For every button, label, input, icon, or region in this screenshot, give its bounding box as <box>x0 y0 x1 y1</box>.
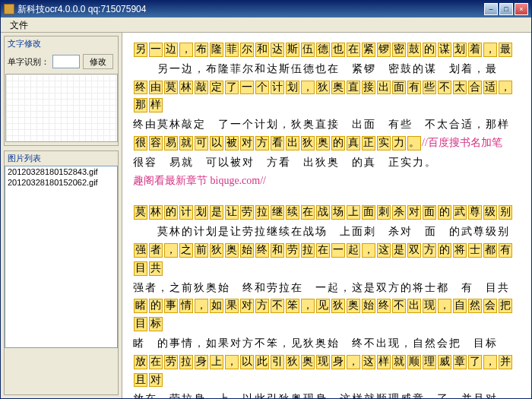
ocr-char-box[interactable]: 终 <box>377 299 391 313</box>
ocr-char-box[interactable]: 个 <box>255 81 269 95</box>
ocr-char-box[interactable]: 的 <box>164 205 178 220</box>
ocr-char-box[interactable]: 始 <box>240 243 254 258</box>
ocr-char-box[interactable]: 劳 <box>286 243 299 258</box>
ocr-char-box[interactable]: 的 <box>331 136 345 150</box>
ocr-char-box[interactable]: 战 <box>316 205 330 220</box>
ocr-char-box[interactable]: 在 <box>301 205 315 220</box>
ocr-char-box[interactable]: 见 <box>316 299 330 313</box>
ocr-char-box[interactable]: 如 <box>210 299 223 313</box>
ocr-char-box[interactable]: 劳 <box>164 355 178 369</box>
ocr-char-box[interactable]: 样 <box>149 98 163 112</box>
ocr-char-box[interactable]: 继 <box>271 205 284 220</box>
ocr-char-box[interactable]: 且 <box>134 373 147 388</box>
ocr-char-box[interactable]: 顺 <box>407 355 421 369</box>
ocr-char-box[interactable]: 计 <box>179 205 193 220</box>
ocr-char-box[interactable]: ， <box>483 355 497 369</box>
ocr-char-box[interactable]: 被 <box>225 136 239 150</box>
ocr-char-box[interactable]: 双 <box>407 243 421 258</box>
ocr-char-box[interactable]: 奥 <box>316 136 330 150</box>
content-area[interactable]: 另一边，布隆菲尔和达斯伍德也在紧锣密鼓的谋划着，最 另一边，布隆菲尔和达斯伍德也… <box>122 33 531 398</box>
ocr-char-box[interactable]: 尊 <box>468 205 482 220</box>
ocr-char-box[interactable]: ， <box>499 81 512 95</box>
ocr-char-box[interactable]: 拉 <box>255 205 269 220</box>
ocr-char-box[interactable]: 直 <box>347 81 360 95</box>
ocr-char-box[interactable]: 最 <box>499 43 512 57</box>
ocr-char-box[interactable]: 一 <box>149 43 163 57</box>
ocr-char-box[interactable]: 果 <box>225 299 239 313</box>
minimize-button[interactable]: – <box>484 3 498 15</box>
ocr-char-box[interactable]: 刺 <box>377 205 391 220</box>
ocr-char-box[interactable]: 莫 <box>134 205 147 220</box>
ocr-char-box[interactable]: 者 <box>149 243 163 258</box>
ocr-char-box[interactable]: 出 <box>377 81 391 95</box>
ocr-char-box[interactable]: 莫 <box>164 81 178 95</box>
ocr-char-box[interactable]: 和 <box>271 243 284 258</box>
ocr-char-box[interactable]: 着 <box>468 43 482 57</box>
ocr-char-box[interactable]: 终 <box>255 243 269 258</box>
char-grid[interactable] <box>5 74 118 142</box>
ocr-char-box[interactable]: 看 <box>271 136 284 150</box>
ocr-char-box[interactable]: 续 <box>286 205 299 220</box>
ocr-char-box[interactable]: 就 <box>392 355 406 369</box>
ocr-char-box[interactable]: 计 <box>271 81 284 95</box>
ocr-char-box[interactable]: ， <box>362 243 375 258</box>
ocr-char-box[interactable]: 面 <box>362 205 375 220</box>
ocr-char-box[interactable]: 很 <box>134 136 147 150</box>
ocr-char-box[interactable]: 划 <box>453 43 467 57</box>
menu-file[interactable]: 文件 <box>5 18 33 32</box>
ocr-char-box[interactable]: 放 <box>134 355 147 369</box>
ocr-char-box[interactable]: 方 <box>255 136 269 150</box>
ocr-char-box[interactable]: 引 <box>271 355 284 369</box>
ocr-char-box[interactable]: 此 <box>255 355 269 369</box>
ocr-char-box[interactable]: 事 <box>164 299 178 313</box>
ocr-char-box[interactable]: 是 <box>210 205 223 220</box>
ocr-char-box[interactable]: 方 <box>423 243 436 258</box>
ocr-char-box[interactable]: 奥 <box>301 355 315 369</box>
ocr-char-box[interactable]: 现 <box>316 355 330 369</box>
ocr-char-box[interactable]: 是 <box>392 243 406 258</box>
ocr-char-box[interactable]: ， <box>301 299 315 313</box>
ocr-char-box[interactable]: 并 <box>499 355 512 369</box>
ocr-char-box[interactable]: 狄 <box>286 355 299 369</box>
ocr-char-box[interactable]: 出 <box>407 299 421 313</box>
close-button[interactable]: × <box>515 3 528 15</box>
ocr-char-box[interactable]: 锣 <box>377 43 391 57</box>
ocr-char-box[interactable]: 奥 <box>347 299 360 313</box>
ocr-char-box[interactable]: 尔 <box>240 43 254 57</box>
ocr-char-box[interactable]: 身 <box>331 355 345 369</box>
ocr-char-box[interactable]: 容 <box>149 136 163 150</box>
ocr-char-box[interactable]: 然 <box>468 299 482 313</box>
file-list[interactable]: 20120328180152843.gif 20120328180152062.… <box>5 166 118 348</box>
ocr-char-box[interactable]: 和 <box>255 43 269 57</box>
ocr-char-box[interactable]: 密 <box>392 43 406 57</box>
ocr-char-box[interactable]: 方 <box>255 299 269 313</box>
ocr-char-box[interactable]: 布 <box>195 43 208 57</box>
ocr-char-box[interactable]: 斯 <box>286 43 299 57</box>
ocr-char-box[interactable]: 别 <box>499 205 512 220</box>
ocr-char-box[interactable]: 林 <box>179 81 193 95</box>
ocr-char-box[interactable]: 面 <box>423 205 436 220</box>
ocr-char-box[interactable]: 共 <box>149 261 163 276</box>
ocr-char-box[interactable]: 狄 <box>301 136 315 150</box>
modify-button[interactable]: 修改 <box>83 54 113 69</box>
ocr-char-box[interactable]: ， <box>438 299 451 313</box>
ocr-char-box[interactable]: 上 <box>210 355 223 369</box>
single-char-input[interactable] <box>52 55 80 68</box>
list-item[interactable]: 20120328180152062.gif <box>5 177 117 188</box>
ocr-char-box[interactable]: ， <box>347 355 360 369</box>
ocr-char-box[interactable]: 级 <box>483 205 497 220</box>
ocr-char-box[interactable]: 伍 <box>301 43 315 57</box>
ocr-char-box[interactable]: 可 <box>195 136 208 150</box>
ocr-char-box[interactable]: 上 <box>347 205 360 220</box>
ocr-char-box[interactable]: 把 <box>499 299 512 313</box>
ocr-char-box[interactable]: 威 <box>438 355 451 369</box>
ocr-char-box[interactable]: 章 <box>453 355 467 369</box>
ocr-char-box[interactable]: 样 <box>377 355 391 369</box>
ocr-char-box[interactable]: 边 <box>164 43 178 57</box>
ocr-char-box[interactable]: 会 <box>483 299 497 313</box>
ocr-char-box[interactable]: 以 <box>210 136 223 150</box>
ocr-char-box[interactable]: 也 <box>331 43 345 57</box>
ocr-char-box[interactable]: 正 <box>362 136 375 150</box>
ocr-char-box[interactable]: 划 <box>286 81 299 95</box>
ocr-char-box[interactable]: 现 <box>423 299 436 313</box>
